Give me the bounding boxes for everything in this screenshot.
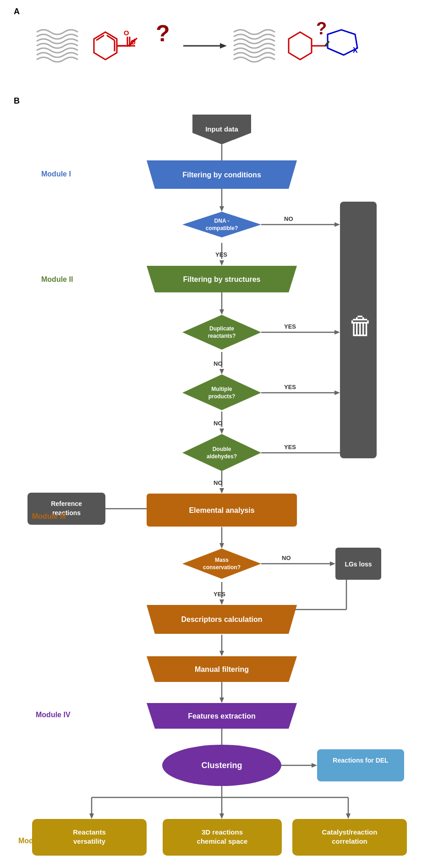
svg-text:?: ? — [156, 21, 170, 46]
svg-text:Catalyst/reaction: Catalyst/reaction — [322, 828, 378, 836]
svg-text:🗑: 🗑 — [348, 312, 373, 340]
svg-marker-15 — [220, 43, 227, 49]
svg-text:O: O — [131, 38, 136, 46]
svg-text:reactants?: reactants? — [208, 333, 236, 339]
svg-text:Manual filtering: Manual filtering — [195, 665, 249, 673]
svg-text:aldehydes?: aldehydes? — [207, 453, 237, 460]
svg-line-1 — [96, 35, 104, 40]
svg-marker-40 — [219, 369, 224, 374]
svg-text:Elemental analysis: Elemental analysis — [189, 506, 254, 514]
svg-text:correlation: correlation — [332, 837, 367, 845]
module-II-label: Module II — [41, 275, 73, 283]
svg-rect-119 — [317, 749, 404, 781]
svg-text:versatility: versatility — [73, 837, 106, 845]
svg-marker-98 — [182, 434, 261, 471]
svg-marker-77 — [89, 813, 94, 819]
svg-marker-79 — [219, 813, 224, 819]
svg-text:Filtering by structures: Filtering by structures — [183, 275, 261, 283]
svg-text:NO: NO — [284, 215, 293, 222]
svg-text:YES: YES — [284, 384, 296, 390]
svg-text:Duplicate: Duplicate — [209, 325, 234, 332]
svg-text:YES: YES — [215, 251, 227, 258]
svg-text:Reference: Reference — [51, 500, 82, 507]
svg-text:Reactants: Reactants — [73, 828, 106, 836]
input-data-label: Input data — [205, 125, 238, 133]
svg-text:Multiple: Multiple — [211, 386, 232, 392]
svg-marker-52 — [219, 488, 224, 494]
svg-line-2 — [107, 35, 115, 40]
svg-marker-65 — [219, 599, 224, 605]
svg-text:Reactions for DEL: Reactions for DEL — [333, 757, 389, 764]
page-container: A O — [0, 0, 444, 868]
svg-marker-34 — [219, 309, 224, 315]
svg-text:chemical space: chemical space — [197, 837, 248, 845]
svg-marker-87 — [182, 212, 261, 237]
svg-marker-69 — [219, 698, 224, 703]
svg-text:Mass: Mass — [215, 557, 229, 563]
svg-marker-56 — [219, 543, 224, 549]
svg-text:O: O — [124, 29, 129, 37]
svg-text:?: ? — [316, 19, 327, 38]
svg-marker-95 — [182, 374, 261, 410]
svg-marker-26 — [219, 206, 224, 212]
svg-marker-92 — [182, 315, 261, 350]
svg-text:LGs loss: LGs loss — [345, 560, 372, 568]
panel-a-label: A — [14, 7, 20, 16]
svg-text:Descriptors calculation: Descriptors calculation — [181, 615, 263, 623]
svg-marker-58 — [330, 561, 335, 566]
svg-marker-73 — [312, 763, 317, 768]
svg-text:NO: NO — [214, 420, 223, 427]
svg-marker-36 — [334, 330, 340, 335]
svg-marker-31 — [334, 222, 340, 227]
svg-text:3D reactions: 3D reactions — [202, 828, 243, 836]
module-III-label: Module III — [32, 512, 66, 520]
svg-text:Clustering: Clustering — [201, 761, 242, 770]
svg-text:YES: YES — [214, 591, 225, 598]
svg-text:NO: NO — [282, 555, 291, 561]
svg-text:YES: YES — [284, 323, 296, 330]
module-I-label: Module I — [41, 170, 71, 178]
module-IV-label: Module IV — [36, 711, 71, 719]
svg-text:DNA -: DNA - — [214, 218, 230, 224]
svg-marker-0 — [94, 32, 117, 60]
svg-text:Double: Double — [213, 446, 231, 452]
svg-text:NO: NO — [214, 479, 223, 486]
svg-text:compatible?: compatible? — [206, 225, 238, 231]
flowchart-svg: YES NO YES NO YES NO YES NO — [0, 101, 444, 857]
svg-marker-46 — [219, 429, 224, 434]
molecular-diagram: O O ? ? — [23, 9, 412, 87]
svg-marker-81 — [346, 813, 351, 819]
svg-text:NO: NO — [214, 360, 223, 367]
svg-marker-29 — [219, 260, 224, 266]
svg-marker-106 — [182, 549, 261, 579]
svg-text:Features extraction: Features extraction — [188, 712, 256, 720]
svg-text:conservation?: conservation? — [203, 564, 241, 571]
svg-marker-42 — [334, 390, 340, 395]
svg-text:products?: products? — [208, 393, 236, 400]
svg-text:Filtering by conditions: Filtering by conditions — [182, 171, 261, 179]
svg-marker-67 — [219, 651, 224, 656]
svg-text:YES: YES — [284, 444, 296, 450]
svg-text:X: X — [353, 46, 358, 54]
svg-marker-16 — [289, 32, 312, 60]
